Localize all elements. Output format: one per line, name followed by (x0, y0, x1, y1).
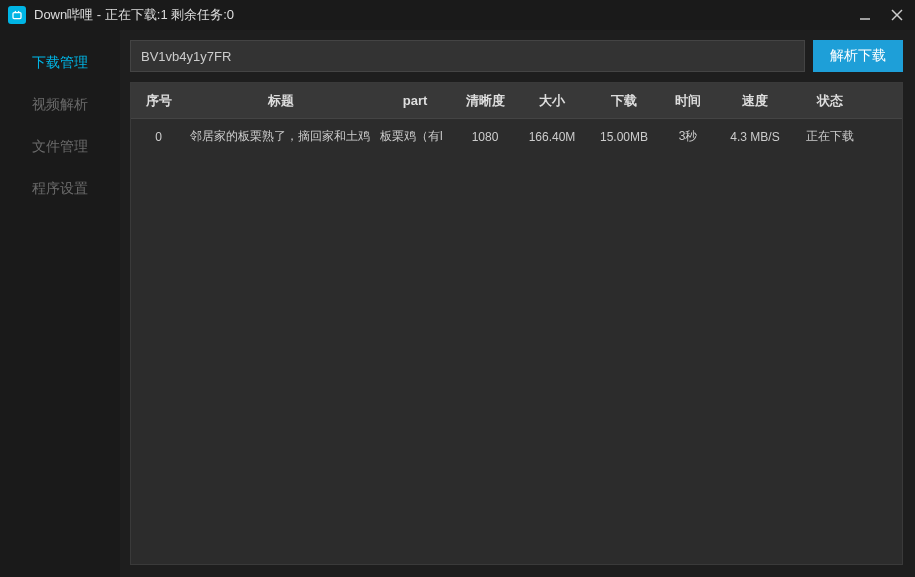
sidebar-item-label: 程序设置 (32, 180, 88, 196)
cell-speed: 4.3 MB/S (716, 130, 794, 144)
url-input[interactable] (130, 40, 805, 72)
download-table: 序号 标题 part 清晰度 大小 下载 时间 速度 状态 0 邻居家的板栗熟了… (130, 82, 903, 565)
sidebar-item-label: 下载管理 (32, 54, 88, 70)
app-icon (8, 6, 26, 24)
cell-title: 邻居家的板栗熟了，摘回家和土鸡 (186, 128, 376, 145)
header-speed[interactable]: 速度 (716, 92, 794, 110)
cell-part: 板栗鸡（有l (376, 128, 454, 145)
sidebar-item-settings[interactable]: 程序设置 (0, 168, 120, 210)
header-download[interactable]: 下载 (588, 92, 660, 110)
cell-download: 15.00MB (588, 130, 660, 144)
sidebar-item-file-manager[interactable]: 文件管理 (0, 126, 120, 168)
header-quality[interactable]: 清晰度 (454, 92, 516, 110)
sidebar-item-label: 视频解析 (32, 96, 88, 112)
minimize-button[interactable] (855, 5, 875, 25)
header-seq[interactable]: 序号 (131, 92, 186, 110)
sidebar-item-download-manager[interactable]: 下载管理 (0, 42, 120, 84)
cell-seq: 0 (131, 130, 186, 144)
sidebar-item-label: 文件管理 (32, 138, 88, 154)
parse-download-button[interactable]: 解析下载 (813, 40, 903, 72)
header-time[interactable]: 时间 (660, 92, 716, 110)
main-content: 解析下载 序号 标题 part 清晰度 大小 下载 时间 速度 状态 0 邻居家… (120, 30, 915, 577)
header-part[interactable]: part (376, 93, 454, 108)
header-status[interactable]: 状态 (794, 92, 866, 110)
titlebar: Down哔哩 - 正在下载:1 剩余任务:0 (0, 0, 915, 30)
table-row[interactable]: 0 邻居家的板栗熟了，摘回家和土鸡 板栗鸡（有l 1080 166.40M 15… (131, 119, 902, 155)
cell-size: 166.40M (516, 130, 588, 144)
cell-status: 正在下载 (794, 128, 866, 145)
cell-quality: 1080 (454, 130, 516, 144)
table-header: 序号 标题 part 清晰度 大小 下载 时间 速度 状态 (131, 83, 902, 119)
header-size[interactable]: 大小 (516, 92, 588, 110)
svg-rect-0 (13, 13, 21, 19)
sidebar: 下载管理 视频解析 文件管理 程序设置 (0, 30, 120, 577)
cell-time: 3秒 (660, 128, 716, 145)
close-button[interactable] (887, 5, 907, 25)
window-title: Down哔哩 - 正在下载:1 剩余任务:0 (34, 6, 855, 24)
sidebar-item-video-parse[interactable]: 视频解析 (0, 84, 120, 126)
header-title[interactable]: 标题 (186, 92, 376, 110)
